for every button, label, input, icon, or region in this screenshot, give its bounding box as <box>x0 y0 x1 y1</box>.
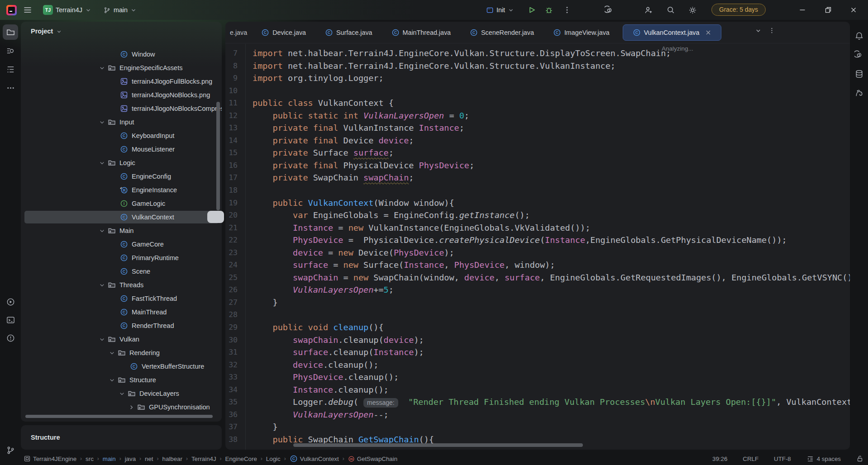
vcs-widget[interactable]: main <box>103 0 137 20</box>
code-line-17[interactable]: private SwapChain swapChain; <box>253 171 850 184</box>
tree-item-Logic[interactable]: Logic <box>21 156 222 170</box>
tree-item-MouseListener[interactable]: CMouseListener <box>21 142 222 156</box>
tree-item-DeviceLayers[interactable]: DeviceLayers <box>21 387 222 400</box>
tool-window-button-ai-assistant[interactable] <box>851 47 867 62</box>
tree-item-EngineInstance[interactable]: REngineInstance <box>21 183 222 197</box>
editor-tab-VulkanContext.java[interactable]: CVulkanContext.java <box>623 24 722 41</box>
tree-item-Window[interactable]: CWindow <box>21 47 222 61</box>
run-config-selector[interactable]: Init <box>486 0 514 20</box>
tree-item-KeyboardInput[interactable]: CKeyboardInput <box>21 129 222 142</box>
tool-window-button-project[interactable] <box>3 24 18 40</box>
breadcrumb-VulkanContext[interactable]: CVulkanContext <box>290 455 339 463</box>
code-line-31[interactable]: surface.cleanup(Instance); <box>253 346 850 359</box>
file-encoding[interactable]: UTF-8 <box>774 456 791 462</box>
line-number[interactable]: 8 <box>225 60 239 72</box>
chevron-down-icon[interactable] <box>99 227 108 235</box>
tree-item-GameLogic[interactable]: IGameLogic <box>21 197 222 210</box>
line-number[interactable]: 23 <box>225 247 239 259</box>
breadcrumb-Terrain4J[interactable]: Terrain4J <box>191 456 216 462</box>
tree-item-Threads[interactable]: Threads <box>21 278 222 292</box>
tool-window-button-terminal[interactable] <box>3 312 18 327</box>
code-line-10[interactable] <box>253 85 850 97</box>
tool-window-button-problems[interactable] <box>3 330 18 346</box>
code-line-11[interactable]: public class VulkanContext { <box>253 97 850 109</box>
main-menu-button[interactable] <box>23 0 33 20</box>
project-panel-header[interactable]: Project <box>21 22 222 41</box>
chevron-down-icon[interactable] <box>109 376 118 384</box>
code-line-23[interactable]: device = new Device(PhysDevice); <box>253 247 850 259</box>
run-button[interactable] <box>524 2 539 18</box>
chevron-down-icon[interactable] <box>99 159 108 167</box>
line-number[interactable]: 36 <box>225 408 239 421</box>
tree-item-Structure[interactable]: Structure <box>21 373 222 387</box>
tool-window-button-commit[interactable] <box>3 43 18 58</box>
breadcrumb-src[interactable]: src <box>86 456 94 462</box>
license-badge[interactable]: Grace: 5 days <box>711 4 766 16</box>
code-line-13[interactable]: private final VulkanInstance Instance; <box>253 122 850 134</box>
tree-item-RenderThread[interactable]: CRenderThread <box>21 319 222 332</box>
tree-item-EngineConfig[interactable]: CEngineConfig <box>21 170 222 183</box>
code-line-7[interactable]: import net.halbear.Terrain4J.EngineCore.… <box>253 47 850 60</box>
line-number[interactable]: 28 <box>225 308 239 321</box>
line-number[interactable]: 30 <box>225 334 239 346</box>
readonly-toggle[interactable] <box>856 455 863 462</box>
tree-item-terrain4JlogoFullBlocks.png[interactable]: terrain4JlogoFullBlocks.png <box>21 75 222 88</box>
tree-item-GameCore[interactable]: CGameCore <box>21 237 222 251</box>
line-number[interactable]: 35 <box>225 396 239 408</box>
line-number[interactable]: 16 <box>225 159 239 172</box>
tree-item-Input[interactable]: Input <box>21 115 222 129</box>
intellij-logo[interactable] <box>6 0 17 20</box>
line-number[interactable]: 17 <box>225 171 239 184</box>
chevron-down-icon[interactable] <box>109 349 118 357</box>
tree-item-VertexBufferStructure[interactable]: CVertexBufferStructure <box>21 360 222 373</box>
code-line-12[interactable]: public static int VulkanLayersOpen = 0; <box>253 109 850 122</box>
close-icon[interactable] <box>705 29 711 36</box>
breadcrumb-GetSwapChain[interactable]: mGetSwapChain <box>348 456 397 462</box>
line-number[interactable]: 31 <box>225 346 239 359</box>
chevron-down-icon[interactable] <box>119 389 128 398</box>
code-with-me-button[interactable] <box>640 2 656 18</box>
code-line-15[interactable]: private Surface surface; <box>253 147 850 159</box>
close-button[interactable] <box>844 0 863 20</box>
editor-tab-MainThread.java[interactable]: CMainThread.java <box>382 24 461 41</box>
tool-window-button-database[interactable] <box>851 66 867 81</box>
line-number[interactable]: 29 <box>225 321 239 334</box>
line-number[interactable]: 33 <box>225 371 239 384</box>
tree-item-terrain4JlogoNoBlocks.png[interactable]: terrain4JlogoNoBlocks.png <box>21 88 222 102</box>
minimize-button[interactable] <box>792 0 812 20</box>
search-everywhere-button[interactable] <box>663 2 678 18</box>
tab-options-button[interactable] <box>766 24 777 36</box>
code-line-28[interactable] <box>253 308 850 321</box>
tree-item-Main[interactable]: Main <box>21 224 222 237</box>
breadcrumb-Terrain4JEngine[interactable]: Terrain4JEngine <box>24 455 76 462</box>
line-number[interactable]: 12 <box>225 109 239 122</box>
line-number[interactable]: 25 <box>225 271 239 284</box>
chevron-down-icon[interactable] <box>99 118 108 126</box>
ai-assistant-button[interactable] <box>601 2 617 18</box>
code-line-18[interactable] <box>253 184 850 197</box>
tree-item-MainThread[interactable]: CMainThread <box>21 305 222 319</box>
chevron-right-icon[interactable] <box>128 403 137 411</box>
structure-panel-header[interactable]: Structure <box>21 425 222 450</box>
code-line-16[interactable]: private final PhysicalDevice PhysDevice; <box>253 159 850 172</box>
line-number[interactable]: 14 <box>225 134 239 147</box>
line-number[interactable]: 26 <box>225 284 239 296</box>
line-ending[interactable]: CRLF <box>743 456 758 462</box>
line-number[interactable]: 38 <box>225 433 239 446</box>
code-line-30[interactable]: swapChain.cleanup(device); <box>253 334 850 346</box>
code-line-37[interactable]: } <box>253 421 850 433</box>
chevron-down-icon[interactable] <box>99 335 108 343</box>
tree-item-Rendering[interactable]: Rendering <box>21 346 222 360</box>
code-line-27[interactable]: } <box>253 296 850 309</box>
editor-tab-e.java[interactable]: e.java <box>227 24 252 41</box>
breadcrumb-halbear[interactable]: halbear <box>162 456 182 462</box>
tree-item-Vulkan[interactable]: Vulkan <box>21 332 222 346</box>
code-line-20[interactable]: var EngineGlobals = EngineConfig.getInst… <box>253 209 850 222</box>
restore-button[interactable] <box>818 0 838 20</box>
code-line-26[interactable]: VulkanLayersOpen+=5; <box>253 284 850 296</box>
code-line-32[interactable]: device.cleanup(); <box>253 359 850 371</box>
project-widget[interactable]: TJ Terrain4J <box>43 0 91 20</box>
editor-tab-SceneRender.java[interactable]: CSceneRender.java <box>460 24 544 41</box>
editor-tab-ImageView.java[interactable]: CImageView.java <box>544 24 619 41</box>
line-number[interactable]: 15 <box>225 147 239 159</box>
